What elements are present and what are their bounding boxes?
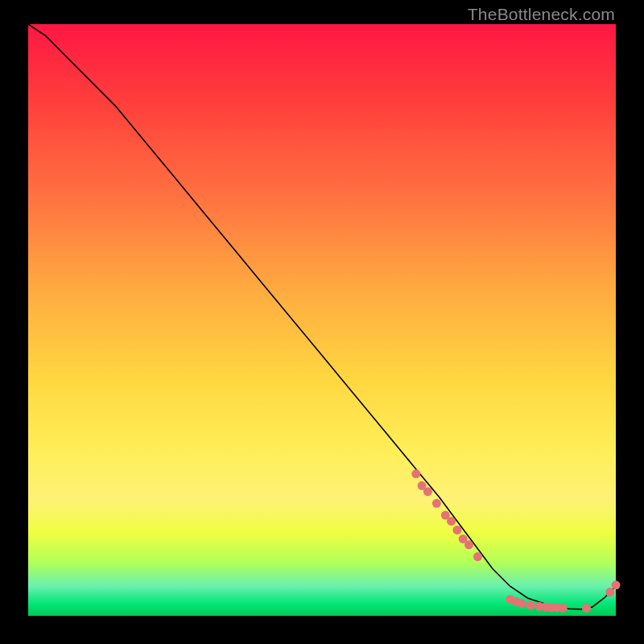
data-point — [432, 499, 441, 508]
data-point — [423, 487, 432, 496]
data-point — [582, 604, 591, 613]
data-point — [612, 580, 621, 589]
data-point — [464, 540, 473, 549]
watermark-text: TheBottleneck.com — [468, 5, 615, 24]
data-point — [473, 552, 482, 561]
bottleneck-curve — [28, 24, 616, 609]
data-point — [526, 601, 535, 609]
data-point — [452, 526, 461, 535]
data-point — [518, 599, 526, 608]
data-points-group — [411, 469, 620, 613]
data-point — [559, 604, 568, 613]
chart-overlay — [28, 24, 616, 616]
data-point — [605, 588, 614, 597]
data-point — [411, 469, 420, 478]
data-point — [447, 517, 456, 526]
